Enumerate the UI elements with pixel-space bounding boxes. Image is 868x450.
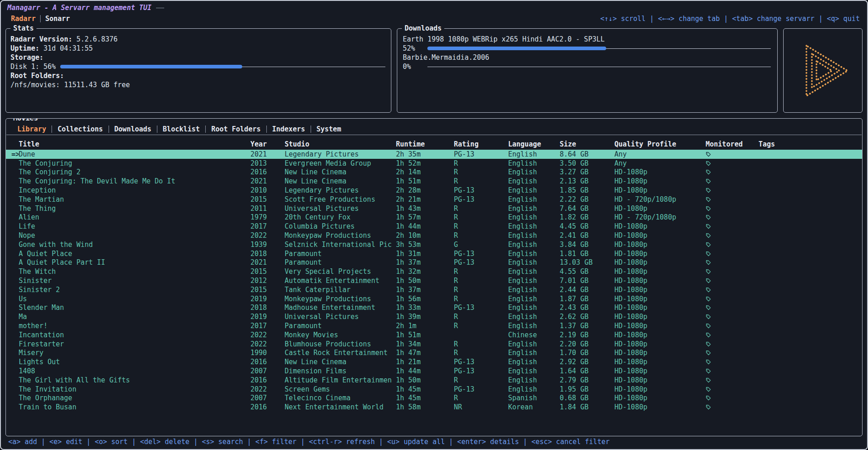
cell-quality: HD-1080p xyxy=(614,340,704,348)
cell-monitored xyxy=(704,213,759,221)
movie-row[interactable]: The Girl with All the Gifts2016Altitude … xyxy=(6,376,862,385)
cell-language: English xyxy=(508,358,560,366)
monitored-icon xyxy=(706,233,711,238)
cell-rating: PG-13 xyxy=(454,258,508,267)
movie-row[interactable]: Misery1990Castle Rock Entertainment1h 47… xyxy=(6,349,862,358)
cell-language: English xyxy=(508,150,560,158)
cell-title: Us xyxy=(19,295,250,303)
tab-collections[interactable]: Collections xyxy=(52,125,108,133)
uptime-value: 31d 04:31:55 xyxy=(43,44,93,52)
cell-monitored xyxy=(704,295,759,303)
movie-row[interactable]: The Martian2015Scott Free Productions2h … xyxy=(6,195,862,204)
cell-language: English xyxy=(508,195,560,204)
movie-row[interactable]: Gone with the Wind1939Selznick Internati… xyxy=(6,240,862,249)
monitored-icon xyxy=(706,197,711,202)
cell-year: 1939 xyxy=(250,241,285,249)
servarr-tab-bar: RadarrSonarr <↑↓> scroll | <←→> change t… xyxy=(5,13,863,25)
cell-rating: R xyxy=(454,168,508,176)
cell-year: 2017 xyxy=(250,222,285,230)
movie-row[interactable]: Inception2010Legendary Pictures2h 28mPG-… xyxy=(6,186,862,195)
download-bar-row: 52% xyxy=(403,44,771,53)
cell-rating: PG-13 xyxy=(454,250,508,258)
tab-root-folders[interactable]: Root Folders xyxy=(206,125,266,133)
cell-rating: R xyxy=(454,322,508,330)
movie-row[interactable]: =>Dune2021Legendary Pictures2h 35mPG-13E… xyxy=(6,150,862,159)
cell-title: The Conjuring: The Devil Made Me Do It xyxy=(19,177,250,185)
movie-row[interactable]: Slender Man2018Madhouse Entertainment1h … xyxy=(6,303,862,313)
cell-title: Sinister xyxy=(19,277,250,285)
cell-year: 2016 xyxy=(250,168,285,176)
movies-table-header: TitleYearStudioRuntimeRatingLanguageSize… xyxy=(6,139,862,150)
cell-quality: HD-1080p xyxy=(614,403,704,411)
logo-panel xyxy=(783,28,863,113)
tab-system[interactable]: System xyxy=(311,125,347,133)
movie-row[interactable]: The Conjuring: The Devil Made Me Do It20… xyxy=(6,177,862,186)
movie-row[interactable]: Lights Out2016New Line Cinema1h 21mPG-13… xyxy=(6,357,862,366)
movie-row[interactable]: Ma2019Universal Pictures1h 39mREnglish2.… xyxy=(6,312,862,321)
cell-size: 3.50 GB xyxy=(560,159,614,167)
cell-runtime: 1h 39m xyxy=(396,313,454,321)
cell-title: Inception xyxy=(19,186,250,194)
servarr-tab-sonarr[interactable]: Sonarr xyxy=(41,15,74,23)
movie-row[interactable]: mother!2017Paramount2h 1mREnglish1.37 GB… xyxy=(6,321,862,330)
download-item: Earth 1998 1080p WEBRip x265 Hindi AAC2.… xyxy=(403,35,771,53)
movie-row[interactable]: Us2019Monkeypaw Productions1h 56mREnglis… xyxy=(6,294,862,303)
stats-panel: Stats Radarr Version:5.2.6.8376 Uptime:3… xyxy=(5,28,391,113)
monitored-icon xyxy=(706,368,711,374)
download-progress-bar xyxy=(427,64,771,69)
cell-studio: Columbia Pictures xyxy=(285,222,396,230)
tab-indexers[interactable]: Indexers xyxy=(267,125,311,133)
cell-monitored xyxy=(704,394,759,402)
monitored-icon xyxy=(706,377,711,383)
disk-usage-label: Disk 1: 56% xyxy=(10,63,56,71)
movie-row[interactable]: The Orphanage2007Telecinco Cinema1h 45mR… xyxy=(6,394,862,403)
servarr-tab-radarr[interactable]: Radarr xyxy=(6,15,40,23)
cell-quality: HD-1080p xyxy=(614,303,704,312)
cell-rating: R xyxy=(454,295,508,303)
movie-row[interactable]: Firestarter2022Blumhouse Productions1h 3… xyxy=(6,340,862,349)
cell-size: 2.62 GB xyxy=(560,313,614,321)
movie-row[interactable]: Life2017Columbia Pictures1h 44mREnglish4… xyxy=(6,222,862,231)
cell-size: 1.85 GB xyxy=(560,186,614,194)
movie-row[interactable]: The Conjuring 22016New Line Cinema2h 14m… xyxy=(6,168,862,177)
cell-language: English xyxy=(508,222,560,230)
cell-runtime: 2h 21m xyxy=(396,195,454,204)
cell-monitored xyxy=(704,250,759,258)
movie-row[interactable]: 14082007Dimension Films1h 44mPG-13Englis… xyxy=(6,366,862,376)
cell-language: English xyxy=(508,250,560,258)
movie-row[interactable]: The Conjuring2013Evergreen Media Group1h… xyxy=(6,159,862,168)
tab-blocklist[interactable]: Blocklist xyxy=(157,125,205,133)
cell-rating: NR xyxy=(454,403,508,411)
movie-row[interactable]: Nope2022Monkeypaw Productions2h 10mREngl… xyxy=(6,231,862,240)
movie-row[interactable]: Train to Busan2016Next Entertainment Wor… xyxy=(6,403,862,412)
cell-monitored xyxy=(704,286,759,294)
tab-downloads[interactable]: Downloads xyxy=(109,125,157,133)
cell-runtime: 1h 37m xyxy=(396,258,454,267)
movie-row[interactable]: A Quiet Place Part II2021Paramount1h 37m… xyxy=(6,258,862,267)
cell-quality: HD-1080p xyxy=(614,376,704,384)
movie-row[interactable]: Sinister2012Automatik Entertainment1h 50… xyxy=(6,276,862,285)
movie-row[interactable]: The Witch2015Very Special Projects1h 32m… xyxy=(6,267,862,276)
movie-row[interactable]: Alien197920th Century Fox1h 57mREnglish1… xyxy=(6,213,862,222)
movie-row[interactable]: The Invitation2022Screen Gems1h 45mPG-13… xyxy=(6,385,862,394)
cell-monitored xyxy=(704,177,759,185)
cell-size: 7.64 GB xyxy=(560,204,614,213)
cell-studio: Paramount xyxy=(285,250,396,258)
column-header-year: Year xyxy=(250,140,285,148)
movie-row[interactable]: The Thing2011Universal Pictures1h 43mREn… xyxy=(6,204,862,213)
movie-row[interactable]: Incantation2022Monkey Movies1h 51mChines… xyxy=(6,330,862,340)
table-spacer xyxy=(6,412,862,433)
monitored-icon xyxy=(706,296,711,302)
cell-monitored xyxy=(704,403,759,411)
tab-library[interactable]: Library xyxy=(12,125,52,133)
cell-rating: R xyxy=(454,159,508,167)
movie-row[interactable]: Sinister 22015Tank Caterpillar1h 37mREng… xyxy=(6,285,862,294)
monitored-icon xyxy=(706,278,711,283)
cell-size: 2.41 GB xyxy=(560,231,614,240)
cell-language: English xyxy=(508,295,560,303)
cell-runtime: 1h 51m xyxy=(396,177,454,185)
cell-year: 2016 xyxy=(250,403,285,411)
movie-row[interactable]: A Quiet Place2018Paramount1h 31mPG-13Eng… xyxy=(6,249,862,258)
download-percent: 0% xyxy=(403,63,423,71)
cell-size: 2.19 GB xyxy=(560,331,614,339)
